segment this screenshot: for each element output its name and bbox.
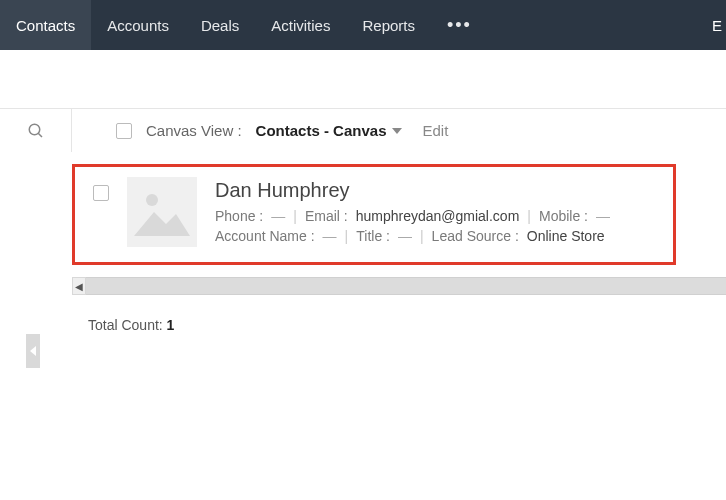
top-nav: Contacts Accounts Deals Activities Repor…	[0, 0, 726, 50]
canvas-view-label: Canvas View :	[146, 122, 242, 139]
field-separator: |	[527, 208, 531, 224]
contact-name[interactable]: Dan Humphrey	[215, 179, 657, 202]
account-name-label: Account Name :	[215, 228, 315, 244]
mobile-value: —	[596, 208, 610, 224]
select-all-checkbox[interactable]	[116, 123, 132, 139]
total-count-label: Total Count:	[88, 317, 163, 333]
total-count: Total Count: 1	[88, 317, 726, 333]
email-label: Email :	[305, 208, 348, 224]
field-separator: |	[293, 208, 297, 224]
avatar-placeholder	[127, 177, 197, 247]
email-value[interactable]: humphreydan@gmial.com	[356, 208, 520, 224]
nav-tab-accounts[interactable]: Accounts	[91, 0, 185, 50]
horizontal-scrollbar[interactable]: ◀	[72, 277, 726, 295]
svg-point-2	[146, 194, 158, 206]
content-area: Dan Humphrey Phone : — | Email : humphre…	[0, 164, 726, 333]
nav-tab-reports[interactable]: Reports	[346, 0, 431, 50]
total-count-value: 1	[167, 317, 175, 333]
search-button[interactable]	[0, 109, 72, 152]
phone-value: —	[271, 208, 285, 224]
contact-field-line-1: Phone : — | Email : humphreydan@gmial.co…	[215, 208, 657, 224]
search-icon	[27, 122, 45, 140]
canvas-view-dropdown[interactable]: Contacts - Canvas	[256, 122, 403, 139]
contact-field-line-2: Account Name : — | Title : — | Lead Sour…	[215, 228, 657, 244]
nav-overflow-button[interactable]: •••	[431, 0, 488, 50]
chevron-down-icon	[392, 126, 402, 136]
chevron-left-icon	[30, 346, 36, 356]
nav-tab-deals[interactable]: Deals	[185, 0, 255, 50]
hscroll-track[interactable]	[86, 277, 726, 295]
field-separator: |	[345, 228, 349, 244]
phone-label: Phone :	[215, 208, 263, 224]
lead-source-value: Online Store	[527, 228, 605, 244]
mobile-label: Mobile :	[539, 208, 588, 224]
svg-point-0	[29, 124, 40, 135]
contact-card-highlight: Dan Humphrey Phone : — | Email : humphre…	[72, 164, 676, 265]
contact-card[interactable]: Dan Humphrey Phone : — | Email : humphre…	[93, 177, 657, 248]
view-toolbar: Canvas View : Contacts - Canvas Edit	[0, 108, 726, 152]
title-label: Title :	[356, 228, 390, 244]
sidebar-collapse-handle[interactable]	[26, 334, 40, 368]
account-name-value: —	[323, 228, 337, 244]
nav-tab-contacts[interactable]: Contacts	[0, 0, 91, 50]
title-value: —	[398, 228, 412, 244]
nav-tab-activities[interactable]: Activities	[255, 0, 346, 50]
edit-view-link[interactable]: Edit	[422, 122, 448, 139]
field-separator: |	[420, 228, 424, 244]
header-gap	[0, 50, 726, 108]
image-placeholder-icon	[132, 186, 192, 238]
hscroll-left-button[interactable]: ◀	[72, 277, 86, 295]
lead-source-label: Lead Source :	[432, 228, 519, 244]
svg-line-1	[38, 133, 42, 137]
nav-right-edge: E	[702, 0, 726, 50]
row-checkbox[interactable]	[93, 185, 109, 201]
canvas-view-value: Contacts - Canvas	[256, 122, 387, 139]
